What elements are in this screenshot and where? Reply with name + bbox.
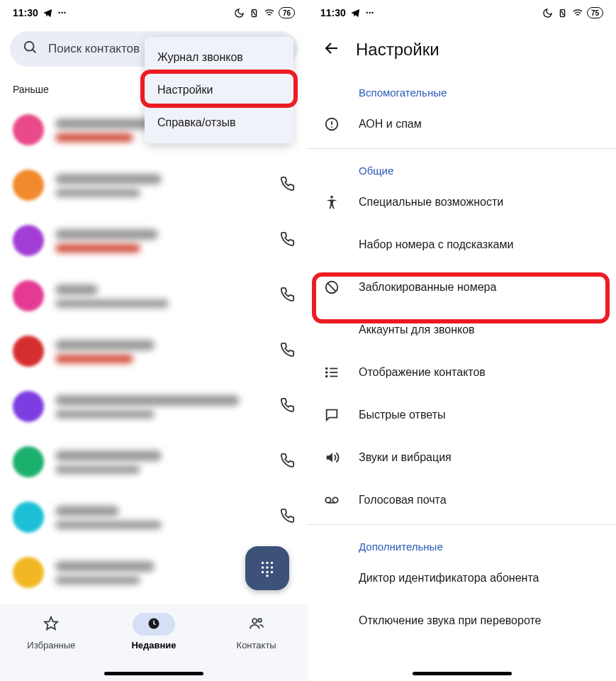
item-blocked-numbers[interactable]: Заблокированные номера bbox=[308, 266, 616, 309]
svg-point-1 bbox=[25, 41, 34, 50]
item-assisted-dialing[interactable]: Набор номера с подсказками bbox=[308, 223, 616, 266]
item-caller-id-spam[interactable]: АОН и спам bbox=[308, 103, 616, 145]
svg-marker-13 bbox=[45, 616, 57, 629]
svg-point-29 bbox=[326, 372, 327, 373]
svg-point-9 bbox=[262, 571, 264, 573]
search-placeholder: Поиск контактов bbox=[48, 42, 140, 56]
overflow-menu: Журнал звонков Настройки Справка/отзыв bbox=[145, 37, 293, 143]
item-accessibility[interactable]: Специальные возможности bbox=[308, 181, 616, 223]
clock-time: 11:30 bbox=[320, 7, 346, 18]
item-label: Голосовая почта bbox=[359, 494, 447, 506]
menu-settings[interactable]: Настройки bbox=[145, 74, 293, 106]
svg-point-12 bbox=[266, 575, 268, 577]
home-indicator[interactable] bbox=[104, 672, 203, 675]
item-display-contacts[interactable]: Отображение контактов bbox=[308, 351, 616, 394]
svg-point-3 bbox=[262, 562, 264, 564]
contact-row[interactable] bbox=[0, 157, 308, 213]
section-additional: Дополнительные bbox=[308, 528, 616, 557]
phone-icon[interactable] bbox=[279, 397, 295, 416]
section-assistive: Вспомогательные bbox=[308, 74, 616, 103]
menu-help[interactable]: Справка/отзыв bbox=[145, 106, 293, 139]
svg-point-8 bbox=[271, 566, 273, 568]
contact-row[interactable] bbox=[0, 213, 308, 268]
vibrate-icon bbox=[557, 7, 569, 18]
contact-row[interactable] bbox=[0, 379, 308, 434]
svg-point-15 bbox=[252, 619, 257, 623]
item-label: Звуки и вибрация bbox=[359, 451, 452, 464]
clock-time: 11:30 bbox=[13, 7, 38, 18]
telegram-icon bbox=[43, 7, 54, 18]
nav-favorites[interactable]: Избранные bbox=[12, 613, 90, 650]
item-label: Отключение звука при перевороте bbox=[359, 614, 541, 627]
accessibility-icon bbox=[323, 194, 340, 210]
item-caller-announce[interactable]: Диктор идентификатора абонента bbox=[308, 557, 616, 599]
message-icon bbox=[323, 407, 340, 423]
svg-point-11 bbox=[271, 571, 273, 573]
back-arrow-icon[interactable] bbox=[323, 40, 340, 60]
item-sounds[interactable]: Звуки и вибрация bbox=[308, 436, 616, 479]
people-icon bbox=[249, 616, 264, 633]
telegram-icon bbox=[350, 7, 362, 18]
item-label: Заблокированные номера bbox=[359, 281, 496, 294]
nav-contacts[interactable]: Контакты bbox=[218, 613, 296, 650]
item-calling-accounts[interactable]: Аккаунты для звонков bbox=[308, 309, 616, 351]
svg-line-2 bbox=[33, 49, 36, 52]
nav-label: Избранные bbox=[27, 640, 75, 650]
svg-point-30 bbox=[326, 376, 327, 377]
dialpad-fab[interactable] bbox=[245, 546, 289, 590]
svg-point-10 bbox=[266, 571, 268, 573]
phone-icon[interactable] bbox=[279, 453, 295, 471]
dnd-icon bbox=[542, 7, 554, 18]
phone-icon[interactable] bbox=[279, 231, 295, 250]
svg-point-4 bbox=[266, 562, 268, 564]
item-quick-responses[interactable]: Быстрые ответы bbox=[308, 394, 616, 436]
svg-point-16 bbox=[258, 619, 262, 622]
status-bar: 11:30 ··· 76 bbox=[0, 0, 308, 26]
list-icon bbox=[323, 365, 340, 380]
settings-title: Настройки bbox=[356, 40, 439, 60]
svg-line-24 bbox=[327, 283, 336, 292]
wifi-icon bbox=[572, 7, 583, 18]
block-icon bbox=[323, 279, 340, 295]
svg-point-32 bbox=[325, 497, 330, 502]
clock-icon bbox=[147, 616, 161, 633]
item-flip-silence[interactable]: Отключение звука при перевороте bbox=[308, 599, 616, 642]
contact-row[interactable] bbox=[0, 489, 308, 545]
info-icon bbox=[323, 116, 340, 132]
phone-icon[interactable] bbox=[279, 176, 295, 194]
item-label: Набор номера с подсказками bbox=[359, 238, 513, 251]
bottom-nav: Избранные Недавние Контакты bbox=[0, 604, 308, 681]
divider bbox=[308, 148, 616, 149]
phone-icon[interactable] bbox=[279, 342, 295, 360]
nav-recent[interactable]: Недавние bbox=[115, 613, 193, 650]
menu-call-log[interactable]: Журнал звонков bbox=[145, 41, 293, 74]
contact-row[interactable] bbox=[0, 434, 308, 489]
star-icon bbox=[43, 616, 59, 633]
svg-point-5 bbox=[271, 562, 273, 564]
item-voicemail[interactable]: Голосовая почта bbox=[308, 479, 616, 521]
svg-point-7 bbox=[266, 566, 268, 568]
battery-indicator: 76 bbox=[279, 7, 295, 18]
svg-point-22 bbox=[330, 196, 333, 199]
svg-point-21 bbox=[331, 126, 332, 128]
phone-icon[interactable] bbox=[279, 287, 295, 305]
voicemail-icon bbox=[323, 492, 340, 508]
status-bar: 11:30 ··· 75 bbox=[308, 0, 616, 26]
phone-icon[interactable] bbox=[279, 508, 295, 526]
section-general: Общие bbox=[308, 152, 616, 181]
home-indicator[interactable] bbox=[413, 672, 512, 675]
more-icon: ··· bbox=[366, 7, 374, 18]
nav-label: Контакты bbox=[237, 640, 276, 650]
item-label: Аккаунты для звонков bbox=[359, 323, 475, 336]
vibrate-icon bbox=[249, 7, 260, 18]
svg-marker-31 bbox=[327, 453, 332, 463]
contact-row[interactable] bbox=[0, 268, 308, 323]
item-label: Диктор идентификатора абонента bbox=[359, 572, 539, 585]
item-label: АОН и спам bbox=[359, 118, 422, 131]
more-icon: ··· bbox=[58, 7, 67, 18]
item-label: Специальные возможности bbox=[359, 196, 503, 209]
nav-label: Недавние bbox=[131, 640, 176, 650]
contact-row[interactable] bbox=[0, 323, 308, 379]
svg-point-6 bbox=[262, 566, 264, 568]
item-label: Быстрые ответы bbox=[359, 409, 445, 421]
